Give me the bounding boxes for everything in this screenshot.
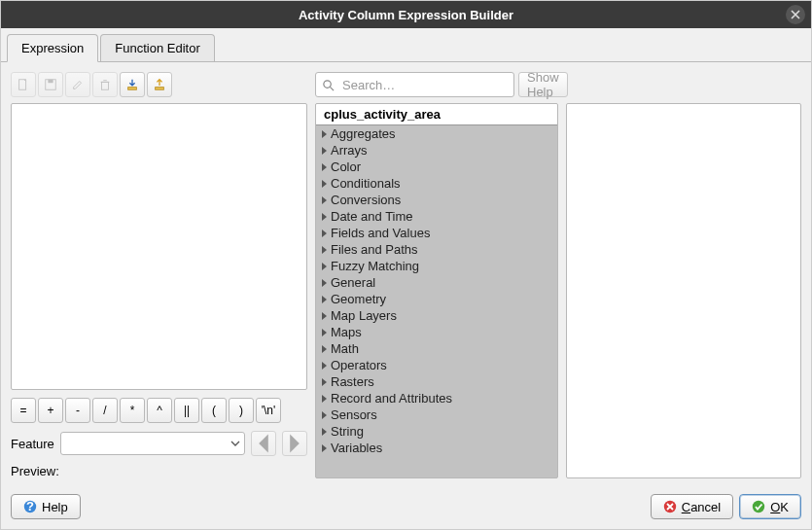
tree-item-label: Variables (331, 441, 382, 455)
import-expression-button[interactable] (120, 72, 145, 97)
delete-expression-button[interactable] (92, 72, 118, 97)
triangle-right-icon (283, 432, 306, 455)
svg-point-6 (324, 80, 331, 87)
expand-icon (322, 411, 327, 419)
tree-item[interactable]: Operators (316, 357, 557, 373)
op-lparen[interactable]: ( (201, 398, 227, 423)
tree-item[interactable]: Sensors (316, 406, 557, 423)
expand-icon (322, 180, 327, 188)
show-help-button[interactable]: Show Help (518, 72, 568, 97)
file-icon (17, 78, 30, 91)
close-button[interactable] (786, 5, 805, 24)
export-expression-button[interactable] (147, 72, 172, 97)
tree-item-label: Aggregates (331, 126, 396, 141)
op-power[interactable]: ^ (147, 398, 172, 423)
tree-item[interactable]: Variables (316, 440, 557, 456)
tree-item-label: Rasters (331, 374, 374, 389)
tree-item[interactable]: Conditionals (316, 175, 557, 192)
tree-item-label: Sensors (331, 407, 377, 422)
tree-item-label: String (331, 424, 364, 439)
expand-icon (322, 230, 327, 237)
op-multiply[interactable]: * (120, 398, 145, 423)
feature-label: Feature (11, 437, 54, 451)
tree-item-label: Conditionals (331, 176, 401, 191)
tree-item[interactable]: Arrays (316, 142, 557, 159)
tree-item-label: Date and Time (331, 209, 413, 224)
svg-rect-4 (128, 88, 137, 90)
op-concat[interactable]: || (174, 398, 199, 423)
preview-label: Preview: (11, 464, 307, 478)
tree-item[interactable]: Date and Time (316, 208, 557, 225)
expand-icon (322, 263, 327, 270)
tree-item-label: Geometry (331, 292, 386, 306)
tree-item[interactable]: Conversions (316, 192, 557, 208)
triangle-left-icon (252, 432, 275, 455)
tree-header[interactable]: cplus_activity_area (316, 104, 557, 125)
ok-button[interactable]: OK (739, 494, 801, 519)
feature-combo[interactable] (60, 432, 245, 455)
expand-icon (322, 362, 327, 370)
tree-item-label: Math (331, 341, 359, 356)
prev-feature-button[interactable] (251, 431, 276, 456)
tree-item-label: Color (331, 159, 361, 174)
tree-item[interactable]: Fuzzy Matching (316, 258, 557, 274)
tree-item-label: Maps (331, 325, 362, 339)
expand-icon (322, 246, 327, 254)
next-feature-button[interactable] (282, 431, 307, 456)
window-title: Activity Column Expression Builder (299, 8, 513, 22)
tree-item[interactable]: Math (316, 340, 557, 357)
expression-editor[interactable] (11, 103, 307, 390)
tab-expression[interactable]: Expression (7, 34, 98, 62)
export-icon (153, 78, 166, 91)
spacer (566, 72, 801, 103)
tree-item[interactable]: Map Layers (316, 307, 557, 324)
tree-item-label: Conversions (331, 193, 401, 207)
expression-toolbar (11, 72, 307, 97)
save-expression-button[interactable] (38, 72, 63, 97)
op-plus[interactable]: + (38, 398, 63, 423)
op-equals[interactable]: = (11, 398, 36, 423)
edit-expression-button[interactable] (65, 72, 90, 97)
close-icon (791, 10, 800, 19)
op-divide[interactable]: / (92, 398, 118, 423)
op-rparen[interactable]: ) (229, 398, 254, 423)
expand-icon (322, 279, 327, 287)
op-minus[interactable]: - (65, 398, 90, 423)
tree-item[interactable]: String (316, 423, 557, 440)
op-newline[interactable]: '\n' (256, 398, 281, 423)
tree-item[interactable]: Geometry (316, 291, 557, 307)
chevron-down-icon (230, 439, 240, 448)
cancel-button[interactable]: Cancel (651, 494, 733, 519)
content-area: = + - / * ^ || ( ) '\n' Feature Preview: (1, 62, 811, 488)
tree-item-label: Map Layers (331, 308, 397, 323)
tree-item[interactable]: Color (316, 159, 557, 175)
cancel-icon (663, 500, 677, 513)
help-panel-col (566, 72, 801, 478)
svg-rect-2 (48, 80, 53, 84)
ok-icon (752, 500, 765, 513)
tree-item[interactable]: Maps (316, 324, 557, 340)
search-icon (322, 79, 335, 91)
expand-icon (322, 312, 327, 320)
tree-item-label: General (331, 275, 375, 290)
tree-item[interactable]: Aggregates (316, 125, 557, 142)
svg-rect-3 (102, 82, 109, 89)
tree-item-label: Record and Attributes (331, 391, 452, 406)
tab-function-editor[interactable]: Function Editor (100, 34, 214, 61)
tree-item[interactable]: Fields and Values (316, 225, 557, 241)
expand-icon (322, 296, 327, 303)
expand-icon (322, 428, 327, 436)
expand-icon (322, 345, 327, 353)
function-tree[interactable]: cplus_activity_area AggregatesArraysColo… (315, 103, 558, 478)
tree-item[interactable]: Record and Attributes (316, 390, 557, 406)
footer: ? Help Cancel OK (1, 488, 811, 529)
new-expression-button[interactable] (11, 72, 36, 97)
expand-icon (322, 196, 327, 204)
tree-item[interactable]: General (316, 274, 557, 291)
search-input[interactable] (340, 77, 508, 93)
svg-rect-5 (156, 88, 164, 90)
tree-item-label: Operators (331, 358, 387, 372)
tree-item[interactable]: Files and Paths (316, 241, 557, 258)
help-button[interactable]: ? Help (11, 494, 81, 519)
tree-item[interactable]: Rasters (316, 373, 557, 390)
